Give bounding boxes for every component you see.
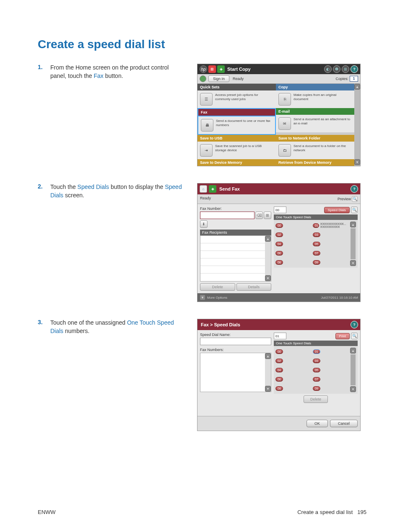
chevron-down-icon[interactable]: ▼ bbox=[200, 294, 205, 300]
speed-dial-slot[interactable]: 05 bbox=[313, 366, 348, 374]
speed-dial-pill[interactable]: 07 bbox=[313, 377, 320, 382]
speed-dial-slot[interactable]: 00 bbox=[275, 348, 311, 355]
network-icon[interactable]: ⊞ bbox=[342, 65, 349, 73]
add-icon[interactable]: ⬇ bbox=[200, 220, 208, 228]
scroll-up-icon[interactable]: ▲ bbox=[350, 348, 356, 354]
home-screenshot: hp ⊠ ◈ Start Copy ◐ ❷ ⊞ ? Sign In Ready bbox=[197, 64, 361, 166]
speed-dial-pill[interactable]: 06 bbox=[275, 377, 283, 382]
magnifier-icon[interactable]: 🔍 bbox=[352, 196, 358, 202]
network-folder-header[interactable]: Save to Network Folder bbox=[276, 135, 354, 142]
speed-dial-pill[interactable]: 08 bbox=[275, 386, 283, 391]
speed-dial-pill[interactable]: 05 bbox=[313, 242, 320, 246]
print-button[interactable]: Print bbox=[335, 333, 350, 339]
speed-dial-slot[interactable]: 07 bbox=[313, 249, 348, 257]
retrieve-memory-header[interactable]: Retrieve from Device Memory bbox=[276, 159, 354, 166]
speed-dial-pill[interactable]: 01 bbox=[313, 223, 319, 228]
speed-dial-slot[interactable]: 03 bbox=[313, 357, 348, 364]
more-options-button[interactable]: More Options bbox=[207, 296, 227, 300]
copies-input[interactable]: 1 bbox=[350, 76, 358, 82]
speed-dial-pill[interactable]: 09 bbox=[313, 386, 320, 391]
speed-dial-pill[interactable]: 00 bbox=[275, 349, 283, 354]
speed-dial-slot[interactable]: 02 bbox=[275, 357, 311, 364]
speed-dial-slot[interactable]: 08 bbox=[275, 385, 311, 392]
pause-icon[interactable]: ❷ bbox=[333, 65, 340, 73]
step-number: 2. bbox=[38, 183, 50, 302]
speed-dial-pill[interactable]: 00 bbox=[275, 223, 283, 228]
speed-dial-pill[interactable]: 04 bbox=[275, 368, 283, 372]
speed-dial-slot[interactable]: 01XXXXXXXXXXXX... XXXXXXXXXX bbox=[313, 222, 348, 229]
sign-in-button[interactable]: Sign In bbox=[208, 75, 229, 82]
scroll-up-icon[interactable]: ▲ bbox=[265, 236, 271, 242]
help-icon[interactable]: ? bbox=[351, 65, 358, 73]
scroll-down-icon[interactable]: ▼ bbox=[350, 386, 356, 392]
speed-dial-pill[interactable]: 05 bbox=[313, 368, 320, 372]
speed-dial-slot[interactable]: 06 bbox=[275, 249, 311, 257]
help-icon[interactable]: ? bbox=[351, 321, 358, 328]
speed-dial-pill[interactable]: 07 bbox=[313, 251, 320, 256]
speed-dial-pill[interactable]: 08 bbox=[275, 260, 283, 265]
speed-dial-slot[interactable]: 09 bbox=[313, 385, 348, 392]
speed-dial-slot[interactable]: 09 bbox=[313, 258, 348, 266]
cancel-button[interactable]: Cancel bbox=[330, 420, 358, 427]
stop-icon[interactable]: ⊠ bbox=[208, 65, 216, 73]
speed-dials-link: Speed Dials bbox=[78, 183, 109, 190]
email-icon: ✉ bbox=[278, 117, 291, 130]
speed-dial-pill[interactable]: 09 bbox=[313, 260, 320, 265]
quick-sets-icon: ☰ bbox=[200, 93, 213, 106]
start-icon[interactable]: ◈ bbox=[217, 65, 225, 73]
speed-dial-slot[interactable]: 05 bbox=[313, 240, 348, 248]
speed-dial-name-input[interactable] bbox=[200, 338, 271, 345]
speed-dial-slot[interactable]: 00 bbox=[275, 222, 311, 229]
speed-dial-number: 01 bbox=[274, 333, 286, 339]
ok-button[interactable]: OK bbox=[306, 420, 328, 427]
quick-sets-header[interactable]: Quick Sets bbox=[197, 84, 276, 90]
speed-dial-slot[interactable]: 06 bbox=[275, 375, 311, 383]
save-memory-header[interactable]: Save to Device Memory bbox=[197, 159, 276, 166]
one-touch-header: One Touch Speed Dials bbox=[274, 341, 358, 346]
speed-dials-button[interactable]: Speed Dials bbox=[324, 207, 350, 213]
fax-recipients-list[interactable]: ▲▼ bbox=[200, 235, 271, 281]
speed-dial-slot[interactable]: 04 bbox=[275, 366, 311, 374]
speed-dial-slot[interactable]: 02 bbox=[275, 231, 311, 238]
scroll-down-icon[interactable]: ▼ bbox=[265, 386, 271, 392]
speed-dial-pill[interactable]: 06 bbox=[275, 251, 283, 256]
start-copy-label[interactable]: Start Copy bbox=[227, 67, 251, 72]
reset-icon[interactable]: ◐ bbox=[324, 65, 332, 73]
delete-button[interactable]: Delete bbox=[200, 283, 235, 291]
speed-dial-pill[interactable]: 03 bbox=[313, 232, 320, 237]
send-fax-screenshot: ⌂ ◈ Send Fax ? Ready Preview🔍 Fax Number… bbox=[197, 183, 361, 302]
speed-dial-pill[interactable]: 04 bbox=[275, 242, 283, 246]
backspace-icon[interactable]: ⌫ bbox=[255, 212, 263, 219]
speed-dial-slot[interactable]: 07 bbox=[313, 375, 348, 383]
speed-dial-slot[interactable]: 08 bbox=[275, 258, 311, 266]
speed-dial-slot[interactable]: 01 bbox=[313, 348, 348, 355]
fax-numbers-list[interactable]: ▲▼ bbox=[200, 353, 271, 392]
scroll-up-icon[interactable]: ▲ bbox=[354, 84, 360, 90]
speed-dial-pill[interactable]: 02 bbox=[275, 232, 283, 237]
keypad-icon[interactable]: ⊞ bbox=[264, 212, 271, 219]
folder-icon: 🗀 bbox=[278, 144, 291, 157]
home-icon[interactable]: ⌂ bbox=[200, 185, 207, 193]
start-icon[interactable]: ◈ bbox=[209, 185, 216, 193]
search-icon[interactable]: 🔍 bbox=[351, 333, 358, 339]
fax-header[interactable]: Fax bbox=[197, 108, 276, 116]
delete-button[interactable]: Delete bbox=[304, 395, 328, 403]
speed-dial-pill[interactable]: 02 bbox=[275, 359, 283, 363]
speed-dial-pill[interactable]: 01 bbox=[313, 349, 320, 354]
help-icon[interactable]: ? bbox=[351, 185, 358, 193]
usb-header[interactable]: Save to USB bbox=[197, 135, 276, 142]
scroll-up-icon[interactable]: ▲ bbox=[265, 353, 271, 359]
speed-dial-pill[interactable]: 03 bbox=[313, 359, 320, 363]
preview-button[interactable]: Preview bbox=[338, 197, 351, 201]
speed-dial-slot[interactable]: 04 bbox=[275, 240, 311, 248]
scroll-up-icon[interactable]: ▲ bbox=[350, 222, 356, 227]
speed-dial-slot[interactable]: 03 bbox=[313, 231, 348, 238]
fax-number-input[interactable] bbox=[200, 212, 255, 219]
scroll-down-icon[interactable]: ▼ bbox=[350, 260, 356, 266]
copy-header[interactable]: Copy bbox=[276, 84, 354, 90]
scroll-down-icon[interactable]: ▼ bbox=[265, 275, 271, 281]
search-icon[interactable]: 🔍 bbox=[351, 207, 358, 213]
scroll-down-icon[interactable]: ▼ bbox=[354, 159, 360, 165]
email-header[interactable]: E-mail bbox=[276, 108, 354, 115]
details-button[interactable]: Details bbox=[236, 283, 272, 291]
